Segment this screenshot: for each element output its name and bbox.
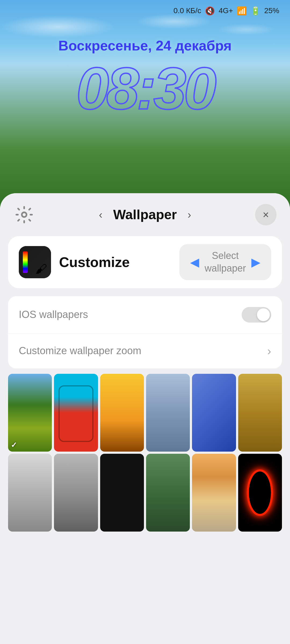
selector-next-arrow[interactable]: ▶	[249, 255, 263, 269]
data-speed: 0.0 КБ/с	[173, 6, 201, 15]
app-icon: 🖌	[19, 246, 51, 278]
sheet-title: Wallpaper	[113, 207, 177, 222]
app-icon-inner: 🖌	[19, 246, 51, 278]
select-wallpaper-label: Select wallpaper	[205, 250, 246, 275]
signal-icon: 📶	[237, 6, 247, 16]
app-name: Customize	[59, 254, 130, 270]
wallpaper-item-5[interactable]	[192, 374, 236, 452]
gear-icon	[15, 205, 34, 224]
wallpaper-item-8[interactable]	[54, 454, 98, 532]
wallpaper-item-6[interactable]	[238, 374, 282, 452]
lock-screen-info: Воскресенье, 24 декабря 08:30	[0, 38, 290, 118]
wallpaper-item-2[interactable]	[54, 374, 98, 452]
status-bar: 0.0 КБ/с 🔇 4G+ 📶 🔋 25%	[0, 0, 290, 21]
paint-icon: 🖌	[35, 262, 47, 276]
selector-prev-arrow[interactable]: ◀	[187, 255, 202, 269]
status-right: 0.0 КБ/с 🔇 4G+ 📶 🔋 25%	[173, 6, 279, 16]
wallpaper-item-10[interactable]	[146, 454, 190, 532]
nav-back-arrow[interactable]: ‹	[96, 206, 105, 224]
close-button[interactable]: ×	[255, 204, 277, 225]
customize-zoom-row[interactable]: Customize wallpaper zoom ›	[8, 334, 282, 368]
wallpaper-item-3[interactable]	[100, 374, 144, 452]
wallpaper-selector[interactable]: ◀ Select wallpaper ▶	[179, 244, 271, 280]
chevron-right-icon: ›	[267, 344, 271, 358]
gear-button[interactable]	[13, 204, 35, 225]
app-info: 🖌 Customize	[19, 246, 130, 278]
wallpaper-item-1[interactable]	[8, 374, 52, 452]
nav-forward-arrow[interactable]: ›	[185, 206, 194, 224]
rainbow-bar-icon	[23, 251, 28, 273]
lock-date: Воскресенье, 24 декабря	[0, 38, 290, 54]
sheet-nav: ‹ Wallpaper ›	[96, 206, 194, 224]
battery-icon: 🔋	[251, 6, 260, 16]
ios-wallpapers-label: IOS wallpapers	[19, 309, 88, 320]
network-mode: 4G+	[219, 6, 233, 15]
settings-section: IOS wallpapers Customize wallpaper zoom …	[8, 296, 282, 368]
wallpaper-item-9[interactable]	[100, 454, 144, 532]
wallpaper-item-11[interactable]	[192, 454, 236, 532]
bottom-sheet: ‹ Wallpaper › × 🖌 Customize ◀ Select wal…	[0, 193, 290, 644]
wallpaper-grid	[8, 374, 282, 532]
wallpaper-item-7[interactable]	[8, 454, 52, 532]
sheet-header: ‹ Wallpaper › ×	[0, 193, 290, 233]
lock-time: 08:30	[0, 59, 290, 118]
ios-wallpapers-toggle[interactable]	[242, 307, 271, 323]
app-row: 🖌 Customize ◀ Select wallpaper ▶	[8, 236, 282, 288]
toggle-knob	[257, 308, 270, 321]
wallpaper-item-12[interactable]	[238, 454, 282, 532]
ios-wallpapers-row[interactable]: IOS wallpapers	[8, 296, 282, 334]
wallpaper-item-4[interactable]	[146, 374, 190, 452]
mute-icon: 🔇	[205, 6, 215, 16]
customize-zoom-label: Customize wallpaper zoom	[19, 345, 141, 357]
battery-percent: 25%	[264, 6, 279, 15]
svg-point-0	[22, 212, 27, 217]
